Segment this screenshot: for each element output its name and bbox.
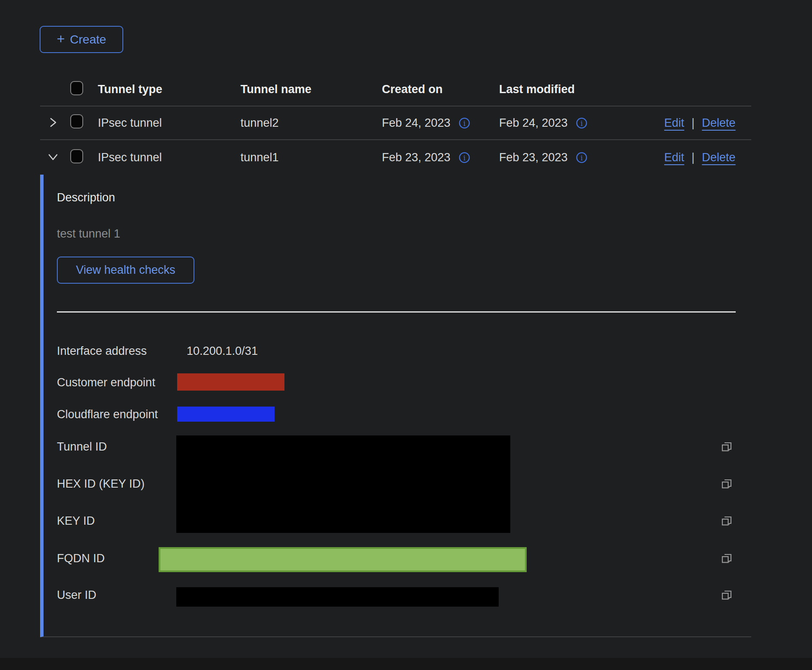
tunnel-type-cell: IPsec tunnel (98, 116, 240, 130)
svg-text:i: i (581, 154, 583, 162)
table-row-tunnel2: IPsec tunnel tunnel2 Feb 24, 2023 i Feb … (40, 106, 751, 140)
tunnel-name-cell: tunnel1 (240, 151, 382, 164)
customer-endpoint-label: Customer endpoint (57, 376, 155, 389)
description-heading: Description (57, 191, 115, 204)
copy-icon (720, 589, 734, 602)
header-checkbox-cell (70, 81, 98, 98)
info-icon: i (575, 117, 588, 129)
fqdn-id-redacted-value (159, 547, 527, 572)
last-modified-info-button[interactable]: i (575, 117, 588, 129)
edit-link-tunnel2[interactable]: Edit (664, 116, 684, 130)
interface-address-label: Interface address (57, 344, 147, 358)
copy-icon (720, 440, 734, 454)
user-id-label: User ID (57, 589, 97, 602)
info-icon: i (458, 117, 471, 129)
section-divider (57, 311, 736, 313)
hex-id-label: HEX ID (KEY ID) (57, 477, 145, 491)
edit-link-tunnel1[interactable]: Edit (664, 151, 684, 164)
copy-icon (720, 477, 734, 491)
tunnels-page: + Create Tunnel type Tunnel name Created… (0, 0, 812, 670)
created-on-info-button[interactable]: i (458, 117, 471, 129)
create-button-label: Create (70, 33, 106, 47)
last-modified-info-button[interactable]: i (575, 151, 588, 164)
actions-separator: | (692, 151, 695, 164)
cloudflare-endpoint-redacted-value (177, 407, 275, 422)
cloudflare-endpoint-label: Cloudflare endpoint (57, 408, 158, 421)
description-value: test tunnel 1 (57, 227, 120, 241)
delete-link-tunnel1[interactable]: Delete (702, 151, 736, 164)
row-checkbox-tunnel2[interactable] (70, 114, 83, 128)
create-button[interactable]: + Create (40, 26, 123, 53)
chevron-right-icon (47, 116, 59, 128)
column-header-tunnel-type: Tunnel type (98, 83, 240, 96)
created-on-info-button[interactable]: i (458, 151, 471, 164)
table-header-row: Tunnel type Tunnel name Created on Last … (40, 73, 751, 106)
expand-row-button[interactable] (45, 115, 61, 130)
copy-key-id-button[interactable] (718, 513, 735, 529)
copy-fqdn-id-button[interactable] (718, 551, 735, 567)
column-header-tunnel-name: Tunnel name (240, 83, 382, 96)
plus-icon: + (57, 32, 65, 46)
tunnel1-details-panel: Description test tunnel 1 View health ch… (40, 175, 751, 637)
chevron-down-icon (47, 151, 59, 163)
created-on-value: Feb 23, 2023 (382, 151, 450, 164)
tunnel-name-cell: tunnel2 (240, 116, 382, 130)
user-id-redacted-value (176, 587, 499, 607)
tunnel-type-cell: IPsec tunnel (98, 151, 240, 164)
svg-text:i: i (581, 119, 583, 127)
last-modified-value: Feb 24, 2023 (499, 116, 568, 130)
row-checkbox-tunnel1[interactable] (70, 149, 83, 163)
column-header-created-on: Created on (382, 83, 499, 96)
ids-redacted-value (176, 435, 510, 533)
collapse-row-button[interactable] (45, 149, 61, 165)
last-modified-value: Feb 23, 2023 (499, 151, 568, 164)
tunnels-table: Tunnel type Tunnel name Created on Last … (40, 73, 751, 175)
info-icon: i (458, 151, 471, 164)
actions-separator: | (692, 116, 695, 130)
info-icon: i (575, 151, 588, 164)
svg-text:i: i (463, 119, 465, 127)
copy-user-id-button[interactable] (718, 587, 735, 604)
column-header-last-modified: Last modified (499, 83, 664, 96)
table-row-tunnel1: IPsec tunnel tunnel1 Feb 23, 2023 i Feb … (40, 140, 751, 175)
customer-endpoint-redacted-value (177, 373, 284, 391)
select-all-checkbox[interactable] (70, 81, 83, 95)
view-health-checks-button[interactable]: View health checks (57, 257, 194, 284)
copy-icon (720, 514, 734, 528)
copy-hex-id-button[interactable] (718, 476, 735, 492)
interface-address-value: 10.200.1.0/31 (187, 344, 258, 358)
delete-link-tunnel2[interactable]: Delete (702, 116, 736, 130)
created-on-value: Feb 24, 2023 (382, 116, 450, 130)
bottom-strip (0, 658, 812, 670)
copy-tunnel-id-button[interactable] (718, 439, 735, 455)
copy-icon (720, 552, 734, 566)
fqdn-id-label: FQDN ID (57, 552, 105, 565)
key-id-label: KEY ID (57, 514, 95, 528)
svg-text:i: i (463, 154, 465, 162)
tunnel-id-label: Tunnel ID (57, 440, 107, 454)
